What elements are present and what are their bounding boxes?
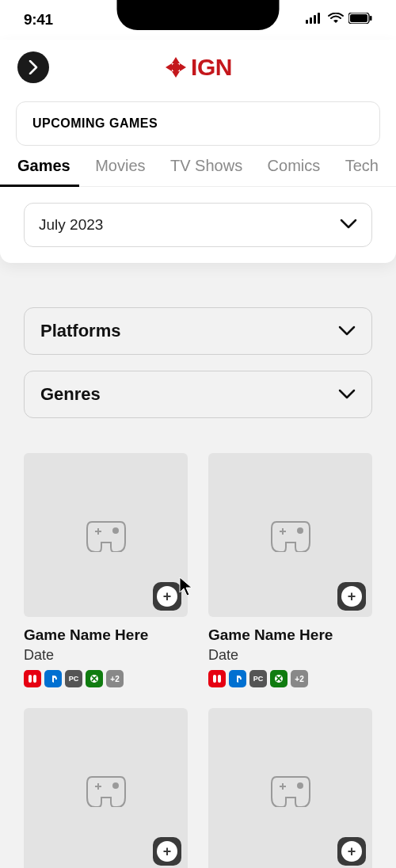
svg-rect-6 <box>370 16 372 21</box>
section-heading-chip[interactable]: UPCOMING GAMES <box>16 101 380 146</box>
genres-filter-dropdown[interactable]: Genres <box>24 371 372 418</box>
svg-rect-1 <box>310 17 312 24</box>
tab-comics[interactable]: Comics <box>268 157 321 186</box>
plus-icon: + <box>157 586 177 607</box>
svg-rect-3 <box>318 13 320 24</box>
svg-rect-12 <box>33 675 36 683</box>
chevron-down-icon <box>338 384 356 405</box>
game-title: Game Name Here <box>208 626 372 644</box>
ign-logo[interactable]: IGN <box>164 54 232 81</box>
genres-filter-label: Genres <box>40 384 101 405</box>
pc-badge-text: PC <box>253 675 264 683</box>
chevron-down-icon <box>340 216 357 234</box>
svg-point-25 <box>297 782 303 789</box>
svg-point-16 <box>297 527 303 534</box>
tab-label: Comics <box>268 157 321 174</box>
platform-pc-icon: PC <box>249 670 267 687</box>
game-date: Date <box>208 647 372 664</box>
controller-placeholder-icon <box>268 774 313 807</box>
ign-logo-icon <box>164 55 188 79</box>
game-card[interactable]: + Game Name Here Date PC +2 <box>24 453 188 687</box>
add-to-list-button[interactable]: + <box>153 837 181 866</box>
tab-label: Games <box>17 157 70 174</box>
platforms-filter-label: Platforms <box>40 321 120 341</box>
tab-tech[interactable]: Tech <box>345 157 379 186</box>
games-grid: + Game Name Here Date PC +2 <box>24 453 372 868</box>
add-to-list-button[interactable]: + <box>153 582 181 611</box>
plus-icon: + <box>157 841 177 862</box>
svg-rect-5 <box>350 14 367 22</box>
svg-rect-2 <box>314 15 316 24</box>
logo-text: IGN <box>191 54 232 81</box>
game-thumbnail: + <box>24 708 188 868</box>
svg-point-22 <box>112 782 119 789</box>
chevron-right-icon <box>28 60 39 74</box>
clock: 9:41 <box>24 11 53 29</box>
date-filter-dropdown[interactable]: July 2023 <box>24 203 372 247</box>
platform-badges: PC +2 <box>24 670 188 687</box>
sidebar-toggle-button[interactable] <box>17 51 49 83</box>
platform-switch-icon <box>208 670 226 687</box>
game-date: Date <box>24 647 188 664</box>
controller-placeholder-icon <box>268 519 313 552</box>
platform-xbox-icon <box>86 670 103 687</box>
tab-games[interactable]: Games <box>17 157 70 186</box>
platform-badges: PC +2 <box>208 670 372 687</box>
tab-movies[interactable]: Movies <box>95 157 145 186</box>
controller-placeholder-icon <box>84 774 128 807</box>
tab-tv-shows[interactable]: TV Shows <box>170 157 242 186</box>
svg-rect-11 <box>29 675 32 683</box>
signal-icon <box>306 13 323 27</box>
status-indicators <box>306 13 372 27</box>
add-to-list-button[interactable]: + <box>337 837 366 866</box>
header-card: IGN UPCOMING GAMES Games Movies TV Shows… <box>0 40 396 263</box>
pc-badge-text: PC <box>69 675 79 683</box>
svg-point-7 <box>172 63 181 72</box>
tab-label: Tech <box>345 157 379 174</box>
chevron-down-icon <box>338 321 356 341</box>
platform-more-badge[interactable]: +2 <box>106 670 124 687</box>
add-to-list-button[interactable]: + <box>337 582 366 611</box>
platform-switch-icon <box>24 670 41 687</box>
plus-icon: + <box>341 586 362 607</box>
controller-placeholder-icon <box>84 519 128 552</box>
game-card[interactable]: + <box>24 708 188 868</box>
wifi-icon <box>328 13 344 27</box>
game-card[interactable]: + <box>208 708 372 868</box>
active-tab-underline <box>0 185 79 187</box>
platform-xbox-icon <box>270 670 287 687</box>
section-heading-text: UPCOMING GAMES <box>32 116 158 130</box>
tab-label: TV Shows <box>170 157 242 174</box>
battery-icon <box>348 13 372 27</box>
game-thumbnail: + <box>24 453 188 617</box>
date-filter-value: July 2023 <box>39 216 103 234</box>
platform-more-badge[interactable]: +2 <box>291 670 308 687</box>
game-card[interactable]: + Game Name Here Date PC +2 <box>208 453 372 687</box>
platforms-filter-dropdown[interactable]: Platforms <box>24 307 372 355</box>
platform-playstation-icon <box>229 670 246 687</box>
plus-icon: + <box>341 841 362 862</box>
tab-label: Movies <box>95 157 145 174</box>
platform-pc-icon: PC <box>65 670 82 687</box>
game-thumbnail: + <box>208 453 372 617</box>
svg-rect-17 <box>213 675 216 683</box>
svg-rect-0 <box>306 20 308 24</box>
platform-playstation-icon <box>44 670 62 687</box>
game-thumbnail: + <box>208 708 372 868</box>
svg-point-10 <box>112 527 119 534</box>
svg-rect-18 <box>218 675 221 683</box>
device-notch <box>117 0 280 30</box>
game-title: Game Name Here <box>24 626 188 644</box>
category-tabs: Games Movies TV Shows Comics Tech <box>0 157 396 186</box>
